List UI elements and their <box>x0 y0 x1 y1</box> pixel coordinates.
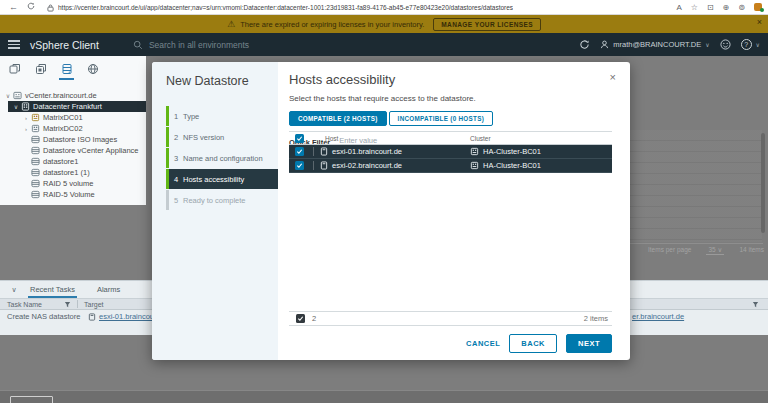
tree-item-label: RAID 5 volume <box>43 179 93 188</box>
user-menu[interactable]: mrath@BRAINCOURT.DE ∨ <box>600 40 709 49</box>
items-total: 2 items <box>584 314 608 323</box>
step-hosts-accessibility[interactable]: 4 Hosts accessibility <box>166 169 278 189</box>
tree-item-datacenter-frankfurt[interactable]: ∨ Datacenter Frankfurt <box>8 101 146 112</box>
host-row-esxi-02[interactable]: esxi-02.braincourt.de HA-Cluster-BC01 <box>289 159 612 173</box>
user-icon <box>600 40 609 49</box>
step-label: Ready to complete <box>183 196 246 205</box>
browser-back-icon[interactable]: ← <box>9 0 18 15</box>
tree-item-datastore1-1[interactable]: datastore1 (1) <box>0 167 146 178</box>
search-placeholder: Search in all environments <box>149 40 249 50</box>
app-header: vSphere Client Search in all environment… <box>0 33 768 56</box>
incompatible-tab[interactable]: INCOMPATIBLE (0 HOSTS) <box>389 111 493 126</box>
tab-vms-templates-icon[interactable] <box>33 63 48 84</box>
browser-action-icons: A ☆ ⊡ ⊕ ⊚ <box>676 3 768 12</box>
select-all-checkbox[interactable] <box>295 134 304 143</box>
column-task-name[interactable]: Task Name <box>7 301 42 308</box>
tab-storage-icon[interactable] <box>59 63 74 84</box>
tree-expander[interactable]: ∨ <box>12 103 20 110</box>
global-search[interactable]: Search in all environments <box>133 40 249 50</box>
menu-icon[interactable] <box>8 40 20 49</box>
datastore-icon <box>31 179 40 188</box>
browser-refresh-icon[interactable] <box>27 0 35 15</box>
task-server-link-fragment[interactable]: er.braincourt.de <box>632 312 684 321</box>
cluster-name: HA-Cluster-BC01 <box>483 161 541 170</box>
back-button[interactable]: BACK <box>509 334 557 353</box>
cancel-button[interactable]: CANCEL <box>466 339 500 348</box>
favorite-icon[interactable]: ☆ <box>691 3 698 12</box>
feedback-smiley-icon[interactable] <box>720 39 731 50</box>
filter-icon[interactable] <box>752 301 759 308</box>
cluster-name: HA-Cluster-BC01 <box>483 147 541 156</box>
items-per-page-select[interactable]: 35 ∨ <box>706 246 724 255</box>
manage-licenses-button[interactable]: MANAGE YOUR LICENSES <box>433 18 541 31</box>
inventory-sidebar: ∨ vCenter.braincourt.de ∨ Datacenter Fra… <box>0 56 146 205</box>
page-subtitle: Select the hosts that require access to … <box>289 94 630 103</box>
host-row-esxi-01[interactable]: esxi-01.braincourt.de HA-Cluster-BC01 <box>289 145 612 159</box>
address-bar[interactable]: https://vcenter.braincourt.de/ui/app/dat… <box>58 4 513 11</box>
step-nfs-version[interactable]: 2 NFS version <box>166 127 278 147</box>
row-checkbox[interactable] <box>295 161 304 170</box>
tree-expander[interactable]: › <box>22 126 30 132</box>
host-icon <box>320 147 328 156</box>
help-menu[interactable]: ? ∨ <box>741 39 760 50</box>
panel-collapse-icon[interactable]: ∨ <box>0 286 28 294</box>
font-size-icon[interactable]: A <box>676 3 681 12</box>
tree-item-label: Datastore ISO Images <box>43 135 117 144</box>
step-label: Type <box>183 112 199 121</box>
compatible-tab[interactable]: COMPATIBLE (2 HOSTS) <box>289 111 387 126</box>
tree-item-matrixdc02[interactable]: › MatrixDC02 <box>0 123 146 134</box>
host-name: esxi-01.braincourt.de <box>332 147 402 156</box>
browser-profile-icon[interactable] <box>754 3 762 11</box>
column-host[interactable]: Host <box>325 135 338 142</box>
hosts-table-footer: 2 2 items <box>289 311 612 325</box>
refresh-icon[interactable] <box>579 39 590 50</box>
items-total: 14 items <box>739 246 764 255</box>
tree-expander[interactable]: › <box>22 115 30 121</box>
tree-item-raid-5-volume[interactable]: RAID-5 Volume <box>0 189 146 200</box>
hosts-table: Host Cluster esxi-01.braincourt.de HA-Cl… <box>289 131 612 326</box>
datastore-icon <box>31 157 40 166</box>
tree-expander[interactable]: ∨ <box>4 92 12 99</box>
row-checkbox[interactable] <box>295 147 304 156</box>
tree-item-datastore-vcenter-appliance[interactable]: Datastore vCenter Appliance <box>0 145 146 156</box>
site-info-icon[interactable] <box>47 0 54 16</box>
split-screen-icon[interactable]: ⊡ <box>707 3 714 12</box>
tree-item-raid5-volume[interactable]: RAID 5 volume <box>0 178 146 189</box>
tab-networking-icon[interactable] <box>85 63 100 84</box>
wizard-step-nav: New Datastore 1 Type 2 NFS version 3 Nam… <box>152 62 278 360</box>
tree-item-datastore-iso-images[interactable]: Datastore ISO Images <box>0 134 146 145</box>
step-type[interactable]: 1 Type <box>166 106 278 126</box>
step-name-configuration[interactable]: 3 Name and configuration <box>166 148 278 168</box>
selected-count: 2 <box>312 314 316 323</box>
next-button[interactable]: NEXT <box>566 334 612 353</box>
selected-checkbox-icon <box>296 314 305 323</box>
tree-item-matrixdc01[interactable]: › MatrixDC01 <box>0 112 146 123</box>
tab-hosts-clusters-icon[interactable] <box>7 63 22 84</box>
scrollbar[interactable] <box>761 133 765 233</box>
datastore-icon <box>31 146 40 155</box>
inventory-tree: ∨ vCenter.braincourt.de ∨ Datacenter Fra… <box>0 90 146 200</box>
column-target[interactable]: Target <box>84 301 103 308</box>
new-datastore-dialog: New Datastore 1 Type 2 NFS version 3 Nam… <box>152 62 630 360</box>
datacenter-icon <box>31 113 40 122</box>
tree-item-label: RAID-5 Volume <box>43 190 95 199</box>
column-cluster[interactable]: Cluster <box>470 135 491 142</box>
step-ready-to-complete[interactable]: 5 Ready to complete <box>166 190 278 210</box>
tree-item-datastore1[interactable]: datastore1 <box>0 156 146 167</box>
user-name: mrath@BRAINCOURT.DE <box>613 40 701 49</box>
app-title: vSphere Client <box>30 39 99 51</box>
tree-item-label: datastore1 (1) <box>43 168 90 177</box>
wizard-title: New Datastore <box>152 62 278 88</box>
tab-recent-tasks[interactable]: Recent Tasks <box>28 282 77 297</box>
filter-icon[interactable] <box>64 301 71 308</box>
browser-essentials-icon[interactable]: ⊚ <box>738 3 745 12</box>
hosts-table-header: Host Cluster <box>289 132 612 145</box>
host-name: esxi-02.braincourt.de <box>332 161 402 170</box>
tree-item-vcenter[interactable]: ∨ vCenter.braincourt.de <box>0 90 146 101</box>
help-icon: ? <box>741 39 752 50</box>
banner-close-icon[interactable]: × <box>757 17 762 27</box>
vcenter-icon <box>13 91 22 100</box>
tab-alarms[interactable]: Alarms <box>95 282 122 297</box>
page-title: Hosts accessibility <box>289 72 630 87</box>
collections-icon[interactable]: ⊕ <box>723 3 730 12</box>
